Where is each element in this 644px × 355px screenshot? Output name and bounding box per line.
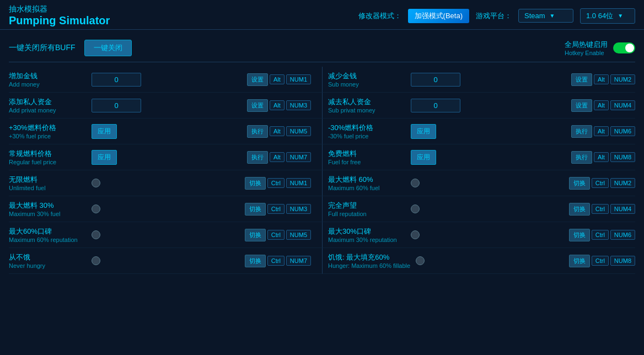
row-3-right: 免费燃料Fuel for free应用执行AltNUM8 xyxy=(322,144,635,170)
hotkey-type-btn-7-right[interactable]: 切换 xyxy=(569,255,590,267)
hotkey-type-btn-2-left[interactable]: 执行 xyxy=(247,125,268,138)
row-7-right: 饥饿: 最大填充60%Hunger: Maximum 60% fillable切… xyxy=(322,248,635,274)
key-tag-2-left: NUM5 xyxy=(286,126,311,136)
label-en-1-right: Sub privat money xyxy=(328,107,405,114)
label-en-2-right: -30% fuel price xyxy=(328,133,405,139)
mod-key-1-right: Alt xyxy=(594,100,609,110)
hotkey-type-btn-6-right[interactable]: 切换 xyxy=(569,229,590,241)
row-4-right: 最大燃料 60%Maximum 60% fuel切换CtrlNUM2 xyxy=(322,170,635,196)
hotkey-type-btn-4-right[interactable]: 切换 xyxy=(569,177,590,190)
row-1-left: 添加私人资金Add privat money设置AltNUM3 xyxy=(9,93,322,119)
apply-btn-2-left[interactable]: 应用 xyxy=(92,124,117,139)
label-cn-3-right: 免费燃料 xyxy=(328,149,405,159)
label-6-left: 最大60%口碑Maximum 60% reputation xyxy=(9,227,86,243)
label-cn-4-right: 最大燃料 60% xyxy=(328,175,405,185)
mod-key-7-right: Ctrl xyxy=(592,256,609,266)
label-en-0-left: Add money xyxy=(9,81,86,88)
hotkey-type-btn-1-right[interactable]: 设置 xyxy=(571,99,592,112)
hotkey-group-7-left: 切换CtrlNUM7 xyxy=(245,255,311,267)
key-tag-6-right: NUM6 xyxy=(610,230,635,240)
hotkey-type-btn-5-right[interactable]: 切换 xyxy=(569,203,590,216)
hotkey-label-block: 全局热键启用 Hotkey Enable xyxy=(565,40,608,56)
label-en-6-right: Maximum 30% reputation xyxy=(328,236,405,243)
value-input-1-left[interactable] xyxy=(92,99,141,112)
value-input-0-right[interactable] xyxy=(411,73,460,87)
label-cn-6-right: 最大30%口碑 xyxy=(328,227,405,236)
toggle-7-right[interactable] xyxy=(416,256,425,265)
toggle-6-left[interactable] xyxy=(92,230,100,239)
toggle-4-left[interactable] xyxy=(92,179,100,187)
hotkey-type-btn-1-left[interactable]: 设置 xyxy=(247,99,268,112)
hotkey-type-btn-5-left[interactable]: 切换 xyxy=(245,203,266,216)
label-4-left: 无限燃料Unlimited fuel xyxy=(9,175,86,191)
label-en-4-right: Maximum 60% fuel xyxy=(328,185,405,191)
key-tag-0-right: NUM2 xyxy=(610,74,635,84)
label-cn-2-right: -30%燃料价格 xyxy=(328,123,405,133)
label-3-left: 常规燃料价格Regular fuel price xyxy=(9,149,86,165)
key-tag-2-right: NUM6 xyxy=(610,126,635,136)
hotkey-group-2-left: 执行AltNUM5 xyxy=(247,125,311,138)
hotkey-type-btn-4-left[interactable]: 切换 xyxy=(245,177,266,190)
row-0-right: 减少金钱Sub money设置AltNUM2 xyxy=(322,67,635,93)
toggle-6-right[interactable] xyxy=(411,230,420,239)
apply-btn-3-right[interactable]: 应用 xyxy=(411,150,436,165)
hotkey-type-btn-0-left[interactable]: 设置 xyxy=(247,73,268,86)
key-tag-4-right: NUM2 xyxy=(610,178,635,188)
label-cn-5-right: 完全声望 xyxy=(328,201,405,211)
version-value: 1.0 64位 xyxy=(586,11,613,21)
label-en-0-right: Sub money xyxy=(328,81,405,88)
label-1-left: 添加私人资金Add privat money xyxy=(9,97,86,114)
label-2-left: +30%燃料价格+30% fuel price xyxy=(9,123,86,139)
value-input-0-left[interactable] xyxy=(92,73,141,87)
apply-btn-2-right[interactable]: 应用 xyxy=(411,124,436,139)
title-en: Pumping Simulator xyxy=(9,14,110,27)
hotkey-type-btn-6-left[interactable]: 切换 xyxy=(245,229,266,241)
platform-value: Steam xyxy=(524,12,545,20)
row-5-left: 最大燃料 30%Maximum 30% fuel切换CtrlNUM3 xyxy=(9,196,322,222)
hotkey-type-btn-0-right[interactable]: 设置 xyxy=(571,73,592,86)
key-tag-7-left: NUM7 xyxy=(286,256,311,266)
key-tag-1-right: NUM4 xyxy=(610,100,635,110)
value-input-1-right[interactable] xyxy=(411,99,460,112)
buff-label: 一键关闭所有BUFF xyxy=(9,43,76,53)
row-2-left: +30%燃料价格+30% fuel price应用执行AltNUM5 xyxy=(9,119,322,144)
mod-key-7-left: Ctrl xyxy=(267,256,285,266)
buff-control: 一键关闭所有BUFF 一键关闭 xyxy=(9,40,132,56)
toggle-5-left[interactable] xyxy=(92,205,100,213)
toggle-5-right[interactable] xyxy=(411,205,420,213)
row-6-right: 最大30%口碑Maximum 30% reputation切换CtrlNUM6 xyxy=(322,222,635,248)
hotkey-group-2-right: 执行AltNUM6 xyxy=(571,125,635,138)
platform-label: 游戏平台： xyxy=(476,11,512,21)
toggle-7-left[interactable] xyxy=(92,256,100,265)
hotkey-type-btn-3-right[interactable]: 执行 xyxy=(571,151,592,164)
label-en-6-left: Maximum 60% reputation xyxy=(9,236,86,243)
hotkey-toggle[interactable] xyxy=(613,42,635,53)
key-tag-7-right: NUM8 xyxy=(610,256,635,266)
label-en-7-left: Never hungry xyxy=(9,262,86,269)
hotkey-group-5-right: 切换CtrlNUM4 xyxy=(569,203,635,216)
mod-key-2-right: Alt xyxy=(594,126,609,136)
label-cn-4-left: 无限燃料 xyxy=(9,175,86,185)
close-all-button[interactable]: 一键关闭 xyxy=(84,40,132,56)
hotkey-type-btn-3-left[interactable]: 执行 xyxy=(247,151,268,164)
label-7-left: 从不饿Never hungry xyxy=(9,252,86,269)
hotkey-group-1-left: 设置AltNUM3 xyxy=(247,99,311,112)
hotkey-group-0-right: 设置AltNUM2 xyxy=(571,73,635,86)
hotkey-type-btn-7-left[interactable]: 切换 xyxy=(245,255,266,267)
row-1-right: 减去私人资金Sub privat money设置AltNUM4 xyxy=(322,93,635,119)
version-dropdown-arrow: ▼ xyxy=(618,13,623,19)
version-dropdown[interactable]: 1.0 64位 ▼ xyxy=(580,8,635,24)
platform-dropdown[interactable]: Steam ▼ xyxy=(518,9,573,23)
label-cn-3-left: 常规燃料价格 xyxy=(9,149,86,159)
label-cn-2-left: +30%燃料价格 xyxy=(9,123,86,133)
beta-button[interactable]: 加强模式(Beta) xyxy=(408,9,469,23)
mod-key-5-right: Ctrl xyxy=(592,204,609,214)
hotkey-group-3-right: 执行AltNUM8 xyxy=(571,151,635,164)
toggle-4-right[interactable] xyxy=(411,179,420,187)
label-cn-1-left: 添加私人资金 xyxy=(9,97,86,107)
apply-btn-3-left[interactable]: 应用 xyxy=(92,150,117,165)
mod-key-0-left: Alt xyxy=(270,74,285,84)
mod-key-6-left: Ctrl xyxy=(267,230,285,240)
key-tag-4-left: NUM1 xyxy=(286,178,311,188)
hotkey-type-btn-2-right[interactable]: 执行 xyxy=(571,125,592,138)
